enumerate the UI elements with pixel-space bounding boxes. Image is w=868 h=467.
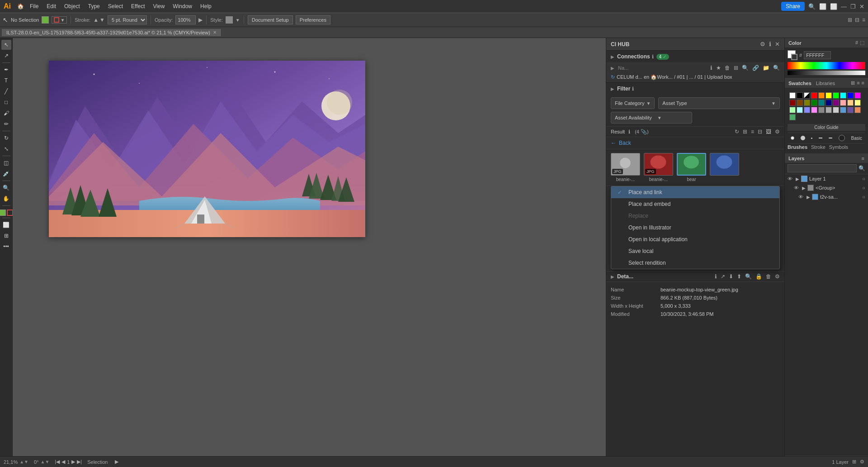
- nav-star-icon[interactable]: ★: [716, 65, 721, 71]
- context-menu-save-local[interactable]: Save local: [611, 245, 779, 257]
- swatch-light-yellow[interactable]: [854, 100, 861, 106]
- next-icon[interactable]: ▶: [71, 459, 75, 465]
- prev-artboard-icon[interactable]: |◀: [55, 459, 60, 465]
- thumbnail-item-1[interactable]: JPG beanie-...: [611, 153, 640, 182]
- swatch-yellow[interactable]: [826, 92, 832, 99]
- swatch-dark-red[interactable]: [789, 100, 796, 106]
- thumbnail-item-3[interactable]: bear: [677, 153, 706, 182]
- context-menu-place-link[interactable]: ✓ Place and link: [611, 186, 779, 198]
- grid-icon[interactable]: ⊞: [1, 231, 11, 241]
- swatch-dark-green[interactable]: [811, 100, 817, 106]
- nav-info-icon[interactable]: ℹ: [710, 65, 712, 71]
- opacity-arrows[interactable]: ▶: [198, 17, 203, 23]
- swatch-light-orange[interactable]: [847, 100, 854, 106]
- scale-tool[interactable]: ⤡: [1, 144, 11, 154]
- close-icon[interactable]: ✕: [859, 3, 864, 10]
- menu-window[interactable]: Window: [169, 2, 196, 10]
- filter-header[interactable]: ▶ Filter ℹ: [606, 83, 784, 95]
- layer-row-3[interactable]: 👁 ▶ t2v-sa... ○: [785, 192, 868, 201]
- context-menu-select-rendition[interactable]: Select rendition: [611, 257, 779, 269]
- menu-file[interactable]: File: [26, 2, 42, 10]
- libraries-tab[interactable]: Libraries: [816, 81, 835, 86]
- layer-row-1[interactable]: 👁 ▶ Layer 1 ○: [785, 174, 868, 183]
- swatch-cyan[interactable]: [840, 92, 846, 99]
- minimize-icon[interactable]: —: [841, 3, 847, 10]
- more-tools-icon[interactable]: •••: [1, 242, 11, 252]
- pen-tool[interactable]: ✒: [1, 65, 11, 75]
- swatch-purple[interactable]: [833, 100, 839, 106]
- context-menu-place-embed[interactable]: Place and embed: [611, 198, 779, 210]
- menu-type[interactable]: Type: [85, 2, 104, 10]
- swatch-navy[interactable]: [826, 100, 832, 106]
- next-artboard-icon[interactable]: ▶|: [77, 459, 82, 465]
- stroke-swatch[interactable]: [791, 54, 797, 60]
- brush-dot-large[interactable]: [839, 135, 845, 141]
- thumbnail-item-4[interactable]: [710, 153, 739, 182]
- swatch-light-gray[interactable]: [826, 107, 832, 113]
- nav-folder-icon[interactable]: 📁: [763, 65, 769, 71]
- direct-selection-tool[interactable]: ↗: [1, 51, 11, 61]
- details-zoom-icon[interactable]: 🔍: [745, 273, 752, 280]
- result-refresh-icon[interactable]: ↻: [735, 129, 739, 135]
- swatch-sky-blue[interactable]: [840, 107, 846, 113]
- rotation-control[interactable]: 0° ▲▼: [34, 459, 49, 465]
- swatch-teal[interactable]: [818, 100, 825, 106]
- menu-select[interactable]: Select: [104, 2, 127, 10]
- details-settings-icon[interactable]: ⚙: [775, 273, 780, 280]
- paintbrush-tool[interactable]: 🖌: [1, 108, 11, 118]
- stroke-select[interactable]: 5 pt. Round: [108, 15, 147, 24]
- swatch-green[interactable]: [833, 92, 839, 99]
- details-upload-icon[interactable]: ⬆: [737, 273, 741, 280]
- menu-object[interactable]: Object: [61, 2, 84, 10]
- share-button[interactable]: Share: [781, 2, 805, 11]
- maximize-icon[interactable]: ⬜: [830, 3, 837, 10]
- swatch-salmon[interactable]: [854, 107, 861, 113]
- color-spectrum-bar[interactable]: [788, 62, 865, 69]
- align-icon[interactable]: ⊞: [848, 17, 852, 23]
- brightness-slider[interactable]: [788, 71, 865, 75]
- result-grid-icon[interactable]: ⊞: [743, 129, 747, 135]
- settings-icon[interactable]: ⚙: [760, 41, 765, 48]
- swatches-tab[interactable]: Swatches: [788, 81, 811, 86]
- details-download-icon[interactable]: ⬇: [729, 273, 733, 280]
- asset-type-select[interactable]: Asset Type ▼: [658, 97, 780, 109]
- search-icon[interactable]: 🔍: [808, 3, 816, 10]
- nav-grid-icon[interactable]: ⊞: [734, 65, 738, 71]
- stroke-box[interactable]: [7, 210, 13, 216]
- nav-zoom-icon[interactable]: 🔍: [742, 65, 749, 71]
- brushes-tab[interactable]: Brushes: [788, 144, 807, 150]
- layer-row-2[interactable]: 👁 ▶ <Group> ○: [785, 183, 868, 192]
- brush-dot-2[interactable]: [801, 136, 805, 140]
- context-menu-open-local-app[interactable]: Open in local application: [611, 234, 779, 245]
- swatch-mint[interactable]: [789, 114, 796, 120]
- swatch-indigo[interactable]: [847, 107, 854, 113]
- swatch-lighter-gray[interactable]: [833, 107, 839, 113]
- status-icons[interactable]: ⊞: [852, 459, 856, 465]
- eyedropper-tool[interactable]: 💉: [1, 169, 11, 179]
- color-icon2[interactable]: ⬚: [860, 40, 864, 46]
- stroke-arrows[interactable]: ▲▼: [93, 17, 105, 23]
- nav-trash-icon[interactable]: 🗑: [725, 65, 730, 71]
- swatch-gray[interactable]: [818, 107, 825, 113]
- info-icon[interactable]: ℹ: [769, 41, 771, 48]
- swatch-olive[interactable]: [804, 100, 810, 106]
- symbols-tab[interactable]: Symbols: [829, 144, 848, 150]
- hand-tool[interactable]: ✋: [1, 194, 11, 204]
- swatch-light-red[interactable]: [840, 100, 846, 106]
- swatch-blue[interactable]: [847, 92, 854, 99]
- details-external-icon[interactable]: ↗: [721, 273, 725, 280]
- zoom-tool[interactable]: 🔍: [1, 183, 11, 193]
- details-lock-icon[interactable]: 🔒: [755, 273, 762, 280]
- swatches-grid-icon[interactable]: ⊞: [851, 80, 855, 86]
- layers-search-icon[interactable]: 🔍: [859, 165, 865, 172]
- doc-setup-button[interactable]: Document Setup: [248, 15, 293, 24]
- connections-header[interactable]: ▶ Connections ℹ 4 ✓: [606, 51, 784, 62]
- menu-help[interactable]: Help: [197, 2, 215, 10]
- color-panel-header[interactable]: Color # ⬚: [785, 38, 868, 48]
- play-icon[interactable]: ▶: [115, 459, 118, 465]
- change-screen-icon[interactable]: ⬜: [1, 220, 11, 230]
- shape-tool[interactable]: □: [1, 97, 11, 107]
- hex-color-input[interactable]: [804, 51, 831, 59]
- breadcrumb-text[interactable]: CELUM d... en 🏠Work... / #01 | ... / 01 …: [617, 74, 732, 80]
- result-grid2-icon[interactable]: ⊟: [758, 129, 762, 135]
